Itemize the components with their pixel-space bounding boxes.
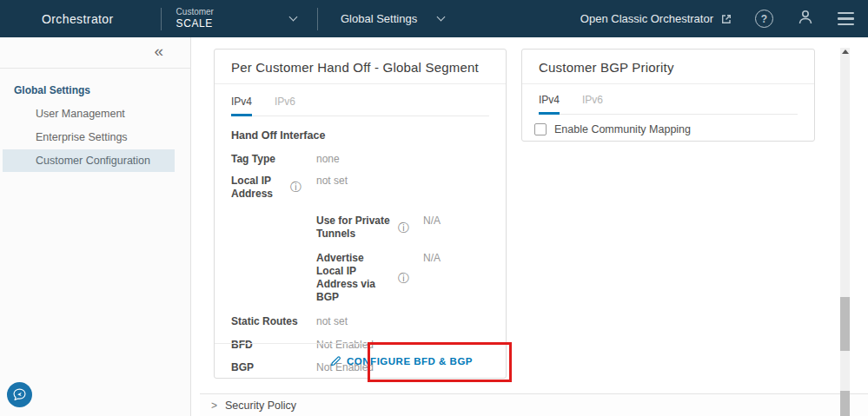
tag-type-label: Tag Type — [231, 153, 275, 165]
user-account-button[interactable] — [796, 8, 815, 30]
orchestrator-app: Orchestrator Customer SCALE Global Setti… — [0, 0, 868, 416]
local-ip-address-value: not set — [316, 175, 348, 187]
global-settings-menu-label: Global Settings — [341, 12, 417, 25]
help-button[interactable]: ? — [755, 10, 773, 28]
hamburger-menu-icon — [838, 12, 854, 25]
customer-label: Customer — [176, 7, 214, 18]
topbar-divider — [317, 8, 318, 30]
open-classic-orchestrator-link[interactable]: Open Classic Orchestrator — [580, 12, 732, 25]
bgp-tabs: IPv4 IPv6 — [539, 93, 798, 115]
static-routes-value: not set — [316, 315, 348, 327]
chat-bubble-icon — [11, 386, 28, 403]
tab-ipv6[interactable]: IPv6 — [582, 94, 603, 115]
sidebar-header: « — [0, 37, 190, 69]
pencil-icon — [330, 355, 341, 366]
app-title: Orchestrator — [42, 12, 114, 26]
configure-bfd-bgp-label: CONFIGURE BFD & BGP — [347, 356, 473, 366]
scrollbar-thumb[interactable] — [840, 391, 850, 416]
top-bar: Orchestrator Customer SCALE Global Setti… — [0, 0, 868, 37]
customer-picker-dropdown[interactable]: Customer SCALE — [176, 7, 317, 31]
handoff-card-footer: CONFIGURE BFD & BGP — [215, 343, 506, 378]
sidebar-item-enterprise-settings[interactable]: Enterprise Settings — [3, 126, 175, 149]
user-icon — [796, 8, 815, 30]
sidebar: « Global Settings User Management Enterp… — [0, 37, 191, 416]
info-icon[interactable]: ⓘ — [398, 222, 409, 234]
static-routes-label: Static Routes — [231, 315, 298, 327]
sidebar-collapse-icon[interactable]: « — [154, 42, 163, 62]
use-for-private-tunnels-label: Use for Private Tunnels — [316, 215, 393, 241]
tab-ipv6[interactable]: IPv6 — [275, 96, 295, 116]
tab-ipv4[interactable]: IPv4 — [231, 96, 252, 116]
handoff-interface-heading: Hand Off Interface — [231, 129, 489, 142]
sidebar-item-customer-configuration[interactable]: Customer Configuration — [3, 149, 175, 172]
customer-bgp-priority-card: Customer BGP Priority IPv4 IPv6 Enable C… — [521, 49, 815, 142]
help-icon: ? — [755, 10, 773, 28]
bgp-card-title: Customer BGP Priority — [522, 50, 814, 84]
info-icon[interactable]: ⓘ — [290, 182, 301, 193]
static-routes-row: Static Routes not set — [231, 315, 489, 327]
chevron-down-icon — [437, 13, 446, 22]
handoff-card-title: Per Customer Hand Off - Global Segment — [215, 50, 506, 84]
local-ip-address-row: Local IP Address ⓘ not set — [231, 175, 489, 200]
enable-community-mapping-row: Enable Community Mapping — [534, 123, 802, 135]
customer-value: SCALE — [176, 17, 214, 30]
advertise-local-ip-row: Advertise Local IP Address via BGP ⓘ N/A — [316, 252, 489, 304]
customer-picker-text: Customer SCALE — [176, 7, 214, 31]
handoff-tabs: IPv4 IPv6 — [231, 95, 489, 116]
scroll-up-arrow-icon[interactable] — [842, 50, 849, 54]
advertise-local-ip-value: N/A — [423, 252, 441, 264]
sidebar-nav: Global Settings User Management Enterpri… — [0, 69, 190, 172]
main-content: Per Customer Hand Off - Global Segment I… — [191, 37, 868, 416]
tag-type-row: Tag Type none — [231, 153, 489, 165]
advertise-local-ip-label: Advertise Local IP Address via BGP — [316, 252, 393, 304]
security-policy-expander[interactable]: > Security Policy — [200, 393, 868, 416]
feedback-chat-button[interactable] — [7, 382, 32, 407]
use-for-private-tunnels-value: N/A — [423, 215, 441, 227]
enable-community-mapping-checkbox[interactable] — [534, 123, 547, 135]
sidebar-section-global-settings[interactable]: Global Settings — [0, 79, 190, 102]
configure-bfd-bgp-button[interactable]: CONFIGURE BFD & BGP — [330, 355, 473, 366]
vertical-scrollbar[interactable] — [840, 48, 850, 416]
enable-community-mapping-label: Enable Community Mapping — [554, 123, 691, 135]
tab-ipv4[interactable]: IPv4 — [539, 94, 560, 115]
per-customer-handoff-card: Per Customer Hand Off - Global Segment I… — [214, 49, 507, 379]
scrollbar-thumb[interactable] — [840, 297, 850, 351]
main-menu-button[interactable] — [838, 12, 868, 25]
handoff-card-body: Hand Off Interface Tag Type none Local I… — [215, 116, 506, 373]
topbar-divider — [161, 8, 162, 30]
chevron-right-icon: > — [211, 399, 217, 412]
local-ip-address-label: Local IP Address — [231, 175, 285, 200]
tag-type-value: none — [316, 153, 340, 165]
info-icon[interactable]: ⓘ — [398, 273, 409, 284]
chevron-down-icon — [289, 13, 298, 22]
security-policy-label: Security Policy — [225, 399, 296, 412]
global-settings-menu-dropdown[interactable]: Global Settings — [341, 12, 444, 25]
use-for-private-tunnels-row: Use for Private Tunnels ⓘ N/A — [316, 215, 489, 241]
open-classic-label: Open Classic Orchestrator — [580, 12, 713, 25]
sidebar-item-user-management[interactable]: User Management — [3, 102, 175, 125]
external-link-icon — [720, 13, 732, 25]
topbar-right-group: Open Classic Orchestrator ? — [580, 8, 868, 30]
